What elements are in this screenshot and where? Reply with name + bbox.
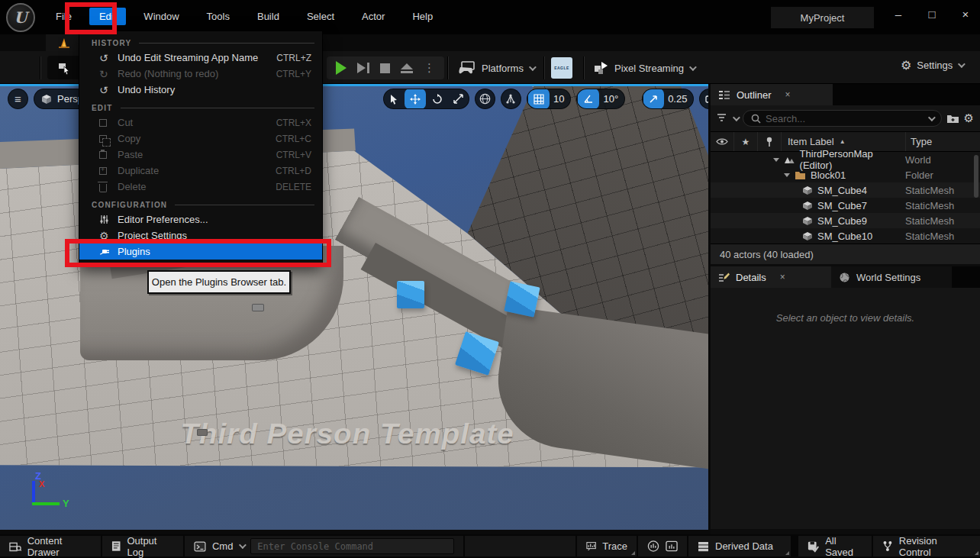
menu-tools[interactable]: Tools [197, 8, 240, 25]
paste-glyph [99, 151, 107, 159]
rotate-tool-button[interactable] [427, 89, 448, 109]
eject-button[interactable] [401, 63, 413, 73]
rotation-snap-value[interactable]: 10° [600, 93, 624, 105]
tab-world-settings[interactable]: World Settings [831, 266, 952, 288]
z-axis-line [32, 481, 35, 504]
snap-toolbar: 10 10° 0.25 [383, 89, 708, 109]
eagle-plugin-button[interactable]: EAGLE [551, 57, 572, 79]
all-saved-button[interactable]: All Saved [798, 536, 872, 556]
submenu-corner [631, 551, 635, 555]
output-log-button[interactable]: Output Log [102, 536, 183, 556]
table-row[interactable]: Block01 Folder [711, 167, 980, 182]
viewport-options-button[interactable]: ≡ [8, 89, 28, 109]
gear-icon[interactable]: ⚙ [964, 111, 974, 125]
scale-icon [453, 94, 463, 104]
caret-down-icon[interactable] [773, 158, 779, 162]
derived-data-button[interactable]: Derived Data [688, 536, 791, 556]
chevron-down-icon[interactable] [239, 541, 247, 549]
platforms-button[interactable]: Platforms [458, 61, 534, 75]
player-start-marker[interactable] [197, 429, 208, 436]
table-row[interactable]: SM_Cube4 StaticMesh [711, 182, 980, 198]
play-button[interactable] [336, 61, 347, 75]
menu-item-undo-history[interactable]: ↺ Undo History [79, 82, 322, 98]
play-options-kebab-icon[interactable]: ⋮ [424, 61, 435, 75]
table-row[interactable]: ThirdPersonMap (Editor) World [711, 152, 980, 167]
project-title-tab[interactable]: MyProject [771, 7, 874, 28]
rotation-snap-button[interactable] [578, 89, 599, 109]
save-check-icon [808, 540, 819, 553]
perspective-cube-icon [41, 94, 52, 105]
minimize-button[interactable]: – [891, 8, 905, 21]
type-column-header[interactable]: Type [906, 132, 980, 151]
revision-control-button[interactable]: Revision Control [873, 536, 980, 556]
status-bar-spacer [465, 536, 575, 556]
cmd-label[interactable]: Cmd [212, 540, 233, 552]
table-row[interactable]: SM_Cube7 StaticMesh [711, 198, 980, 213]
menu-item-delete[interactable]: Delete DELETE [79, 179, 322, 195]
menu-item-paste[interactable]: Paste CTRL+V [79, 147, 322, 163]
menu-build[interactable]: Build [247, 8, 289, 25]
insights-session-icon[interactable] [647, 540, 659, 553]
paste-icon [99, 151, 116, 159]
tab-outliner[interactable]: Outliner × [711, 84, 833, 105]
blue-cube[interactable] [504, 281, 540, 317]
edit-menu-dropdown: HISTORY ↺ Undo Edit Streaming App Name C… [79, 31, 323, 265]
stop-button[interactable] [380, 63, 390, 73]
menu-actor[interactable]: Actor [352, 8, 395, 25]
pixel-streaming-label: Pixel Streaming [614, 63, 684, 74]
select-mode-button[interactable] [47, 56, 81, 79]
scale-snap-value[interactable]: 0.25 [665, 93, 693, 105]
menu-window[interactable]: Window [134, 8, 189, 25]
settings-button[interactable]: ⚙ Settings [901, 58, 963, 73]
camera-speed-button[interactable] [700, 89, 708, 109]
angle-icon [583, 94, 594, 104]
frame-skip-button[interactable] [357, 63, 369, 73]
close-icon[interactable]: × [780, 272, 785, 282]
table-row[interactable]: SM_Cube10 StaticMesh [711, 228, 980, 244]
player-start-marker[interactable] [252, 304, 264, 311]
menu-item-duplicate[interactable]: Duplicate CTRL+D [79, 163, 322, 179]
gear-icon: ⚙ [901, 58, 911, 73]
flame-icon [56, 37, 72, 49]
move-tool-button[interactable] [405, 89, 426, 109]
surface-snapping-button[interactable] [501, 89, 521, 109]
outliner-scrollbar[interactable] [974, 155, 978, 198]
menu-item-label: Paste [116, 149, 276, 160]
gamepad-icon [458, 61, 476, 75]
pixel-streaming-button[interactable]: Pixel Streaming [594, 61, 695, 75]
staticmesh-icon [802, 201, 813, 211]
outliner-search-box[interactable] [743, 110, 942, 127]
menu-item-copy[interactable]: Copy CTRL+C [79, 131, 322, 147]
close-button[interactable]: × [959, 8, 972, 21]
menu-item-editor-preferences[interactable]: Editor Preferences... [79, 211, 322, 227]
menu-select[interactable]: Select [297, 8, 344, 25]
tab-details[interactable]: Details × [711, 266, 831, 288]
world-coordinate-button[interactable] [475, 89, 495, 109]
scale-snap-button[interactable] [643, 89, 664, 109]
insights-buttons [638, 536, 687, 556]
menu-item-redo[interactable]: ↻ Redo (Nothing to redo) CTRL+Y [79, 66, 322, 82]
search-input[interactable] [766, 113, 924, 124]
trace-button[interactable]: Trace [577, 536, 637, 556]
table-row[interactable]: SM_Cube9 StaticMesh [711, 213, 980, 228]
caret-down-icon[interactable] [784, 173, 790, 177]
maximize-button[interactable]: □ [925, 8, 939, 21]
grid-snap-value[interactable]: 10 [550, 93, 570, 105]
blue-cube[interactable] [397, 281, 424, 308]
filter-icon[interactable] [717, 114, 728, 123]
star-icon: ★ [742, 137, 750, 147]
chevron-down-icon[interactable] [928, 114, 936, 121]
menu-help[interactable]: Help [402, 8, 443, 25]
console-command-input[interactable] [250, 538, 454, 554]
menu-item-undo[interactable]: ↺ Undo Edit Streaming App Name CTRL+Z [79, 50, 322, 66]
scale-tool-button[interactable] [448, 89, 469, 109]
select-tool-button[interactable] [384, 89, 404, 109]
menu-item-shortcut: CTRL+Y [276, 69, 311, 79]
chevron-down-icon[interactable] [733, 114, 740, 121]
insights-store-icon[interactable] [666, 540, 678, 553]
new-folder-icon[interactable] [946, 113, 959, 124]
close-icon[interactable]: × [785, 89, 791, 100]
menu-item-cut[interactable]: Cut CTRL+X [79, 115, 322, 131]
grid-snap-button[interactable] [528, 89, 550, 109]
content-drawer-button[interactable]: Content Drawer [0, 536, 101, 556]
